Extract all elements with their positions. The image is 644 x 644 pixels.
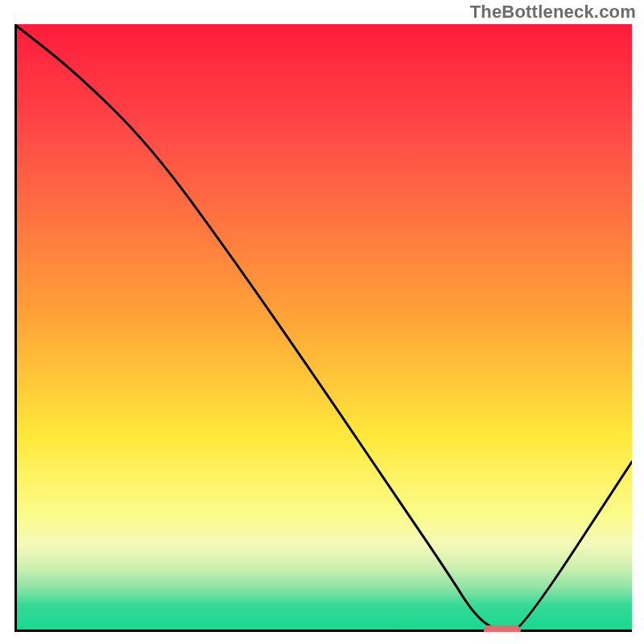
watermark-text: TheBottleneck.com: [470, 2, 636, 23]
chart-container: TheBottleneck.com: [0, 0, 644, 644]
plot-area: [14, 24, 632, 632]
